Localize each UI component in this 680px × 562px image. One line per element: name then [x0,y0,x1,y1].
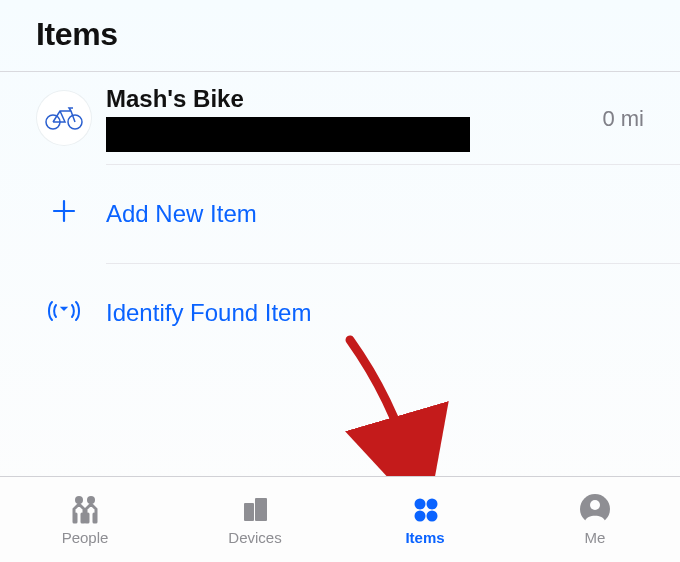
bike-icon [45,106,83,130]
items-tab-label: Items [405,529,444,546]
svg-rect-4 [244,503,254,521]
people-tab-label: People [62,529,109,546]
header: Items [0,0,680,71]
me-tab[interactable]: Me [510,477,680,562]
person-circle-icon [579,493,611,525]
item-title: Mash's Bike [106,85,602,113]
items-tab[interactable]: Items [340,477,510,562]
people-icon [68,493,102,525]
svg-point-11 [590,500,600,510]
location-broadcast-icon [44,296,84,330]
item-row[interactable]: Mash's Bike 0 mi [0,72,680,164]
devices-icon [240,493,270,525]
people-tab[interactable]: People [0,477,170,562]
plus-icon [51,198,77,231]
identify-found-item-row[interactable]: Identify Found Item [0,264,680,362]
devices-tab-label: Devices [228,529,281,546]
svg-rect-5 [255,498,267,521]
svg-point-8 [415,511,426,522]
tab-bar: People Devices Items [0,476,680,562]
items-list: Mash's Bike 0 mi Add New Item [0,72,680,362]
add-new-item-row[interactable]: Add New Item [0,165,680,263]
svg-point-6 [415,499,426,510]
svg-point-9 [427,511,438,522]
identify-found-item-label: Identify Found Item [106,299,311,327]
item-distance: 0 mi [602,84,644,132]
items-icon [410,493,440,525]
page-title: Items [36,16,644,53]
svg-point-7 [427,499,438,510]
devices-tab[interactable]: Devices [170,477,340,562]
item-avatar [36,90,92,146]
add-new-item-label: Add New Item [106,200,257,228]
redacted-location [106,117,470,152]
me-tab-label: Me [585,529,606,546]
